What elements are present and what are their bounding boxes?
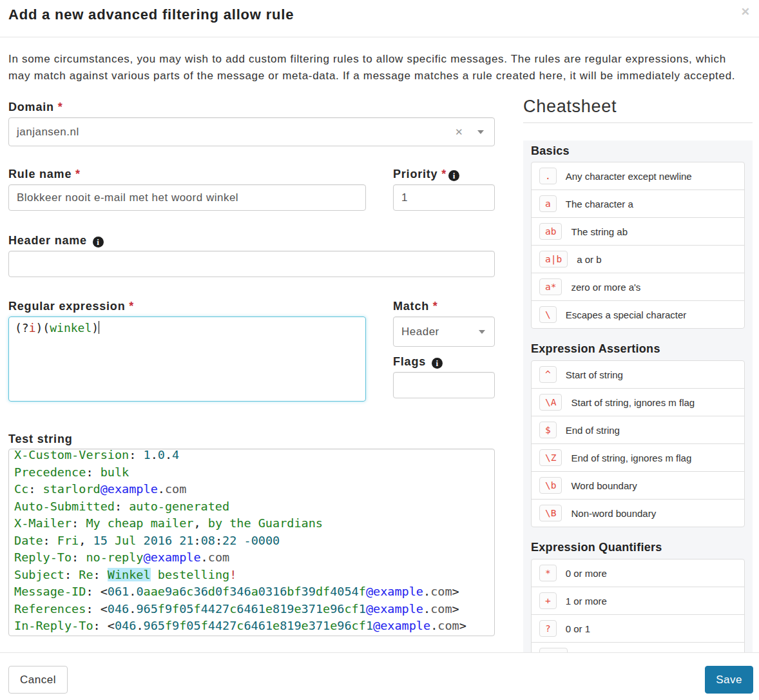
description-line: In some circumstances, you may wish to a… [8, 53, 726, 65]
cheatsheet-row: \BNon-word boundary [531, 499, 745, 527]
header-name-group: Header name i [8, 234, 495, 277]
cheatsheet-title: Cheatsheet [523, 97, 753, 116]
info-icon[interactable]: i [432, 358, 443, 369]
cheatsheet-row: \ZEnd of string, ignores m flag [531, 443, 745, 472]
domain-select[interactable]: janjansen.nl ✕ [8, 117, 495, 146]
rule-name-input[interactable]: Blokkeer nooit e-mail met het woord wink… [8, 184, 366, 211]
cheatsheet-row-text: Escapes a special character [566, 309, 687, 320]
regex-group: Regular expression * (?i)(winkel) [8, 300, 366, 402]
test-string-line: X-Mailer: My cheap mailer, by the Guardi… [14, 515, 489, 532]
match-select[interactable]: Header [393, 316, 495, 347]
regex-code-badge: \Z [539, 449, 562, 466]
required-asterisk: * [129, 300, 134, 313]
regex-code-badge: {m} [539, 648, 568, 652]
regex-code-badge: a|b [539, 251, 568, 267]
cheatsheet-row: a*zero or more a's [531, 273, 745, 301]
cheatsheet-row-text: Start of string, ignores m flag [571, 397, 695, 408]
test-string-line: Auto-Submitted: auto-generated [14, 498, 489, 516]
flags-label: Flags i [393, 355, 495, 369]
cheatsheet-row-text: 1 or more [566, 596, 607, 607]
cheatsheet-row-text: 0 or more [566, 568, 607, 579]
modal-description: In some circumstances, you may wish to a… [8, 51, 753, 84]
cheatsheet-row: \Escapes a special character [531, 300, 745, 329]
regex-textarea[interactable]: (?i)(winkel) [8, 316, 366, 402]
header-name-input[interactable] [8, 251, 495, 277]
test-string-line: Cc: starlord@example.com [14, 481, 489, 498]
required-asterisk: * [58, 101, 63, 113]
test-string-group: Test string X-Custom-Version: 1.0.4Prece… [8, 433, 495, 636]
modal-title: Add a new advanced filtering allow rule [8, 6, 294, 23]
divider [523, 122, 753, 123]
test-string-line: Precedence: bulk [14, 464, 489, 481]
cheatsheet-section-heading: Expression Quantifiers [531, 541, 745, 554]
cheatsheet-row-text: a or b [577, 254, 601, 265]
regex-code-badge: ? [539, 620, 557, 637]
cheatsheet-row: \bWord boundary [531, 471, 745, 500]
flags-input[interactable] [393, 372, 495, 398]
cheatsheet-row: {m} [531, 642, 745, 652]
regex-code-badge: $ [539, 422, 557, 438]
cheatsheet-column: Cheatsheet Basics.Any character except n… [523, 97, 753, 652]
cheatsheet-row-text: The string ab [571, 226, 628, 237]
regex-code-badge: a* [539, 278, 562, 295]
cheatsheet-row: $End of string [531, 416, 745, 444]
required-asterisk: * [433, 300, 438, 313]
save-button[interactable]: Save [705, 666, 753, 694]
regex-code-badge: . [539, 168, 557, 184]
regex-code-badge: \A [539, 394, 562, 411]
cheatsheet-row: ^Start of string [531, 360, 745, 389]
match-label: Match * [393, 300, 495, 313]
text-cursor [99, 321, 99, 334]
test-string-line: Date: Fri, 15 Jul 2016 21:08:22 -0000 [14, 532, 489, 550]
rule-name-group: Rule name * Blokkeer nooit e-mail met he… [8, 168, 366, 211]
test-string-line: Subject: Re: Winkel bestelling! [14, 567, 489, 584]
cheatsheet-section-heading: Expression Assertions [531, 342, 745, 356]
test-string-line: Message-ID: <061.0aae9a6c36d0f346a0316bf… [14, 583, 489, 601]
regex-code-badge: * [539, 565, 557, 581]
regex-code-badge: \b [539, 477, 562, 494]
clear-icon[interactable]: ✕ [455, 126, 463, 138]
rule-name-label: Rule name * [8, 168, 366, 181]
info-icon[interactable]: i [93, 237, 104, 248]
test-string-line: In-Reply-To: <046.965f9f05f4427c6461e819… [14, 617, 489, 635]
cheatsheet-row: a|ba or b [531, 245, 745, 273]
cheatsheet-row-text: 0 or 1 [566, 623, 590, 634]
domain-value: janjansen.nl [17, 126, 455, 139]
header-name-label: Header name i [8, 234, 495, 248]
flags-group: Flags i [393, 355, 495, 398]
match-value: Header [401, 326, 439, 338]
cheatsheet-row: *0 or more [531, 559, 745, 587]
cheatsheet-row-text: Start of string [566, 369, 623, 380]
form-column: Domain * janjansen.nl ✕ Rule name * Blok… [8, 101, 495, 652]
modal-body: In some circumstances, you may wish to a… [0, 37, 759, 652]
cheatsheet-row: \AStart of string, ignores m flag [531, 388, 745, 416]
required-asterisk: * [441, 168, 447, 180]
cheatsheet-row-text: Non-word boundary [571, 508, 656, 519]
description-line: may match against various parts of the m… [8, 70, 735, 82]
test-string-line: X-Custom-Version: 1.0.4 [14, 449, 489, 464]
test-string-line: Reply-To: no-reply@example.com [14, 549, 489, 567]
cancel-button[interactable]: Cancel [8, 666, 68, 694]
regex-code-badge: \ [539, 306, 557, 323]
cheatsheet-row-text: zero or more a's [571, 282, 640, 293]
close-icon[interactable]: ✕ [741, 6, 750, 17]
cheatsheet-row: ?0 or 1 [531, 614, 745, 643]
cheatsheet-row: .Any character except newline [531, 162, 745, 190]
priority-input[interactable]: 1 [393, 184, 495, 211]
cheatsheet-row: aThe character a [531, 190, 745, 218]
regex-label: Regular expression * [8, 300, 366, 313]
regex-code-badge: + [539, 592, 557, 609]
cheatsheet-section-heading: Basics [531, 144, 745, 158]
priority-label: Priority *i [393, 168, 495, 181]
test-string-line: References: <046.965f9f05f4427c6461e819e… [14, 601, 489, 618]
modal-footer: Cancel Save [0, 652, 759, 700]
cheatsheet-row-text: The character a [566, 199, 633, 209]
cheatsheet-row-text: Any character except newline [566, 171, 692, 182]
regex-code-badge: \B [539, 505, 562, 521]
cheatsheet-row: +1 or more [531, 587, 745, 615]
info-icon[interactable]: i [448, 170, 459, 181]
test-string-textarea[interactable]: X-Custom-Version: 1.0.4Precedence: bulkC… [8, 449, 495, 636]
cheatsheet-row: abThe string ab [531, 217, 745, 246]
add-filter-rule-modal: Add a new advanced filtering allow rule … [0, 0, 759, 700]
test-string-label: Test string [8, 433, 495, 446]
